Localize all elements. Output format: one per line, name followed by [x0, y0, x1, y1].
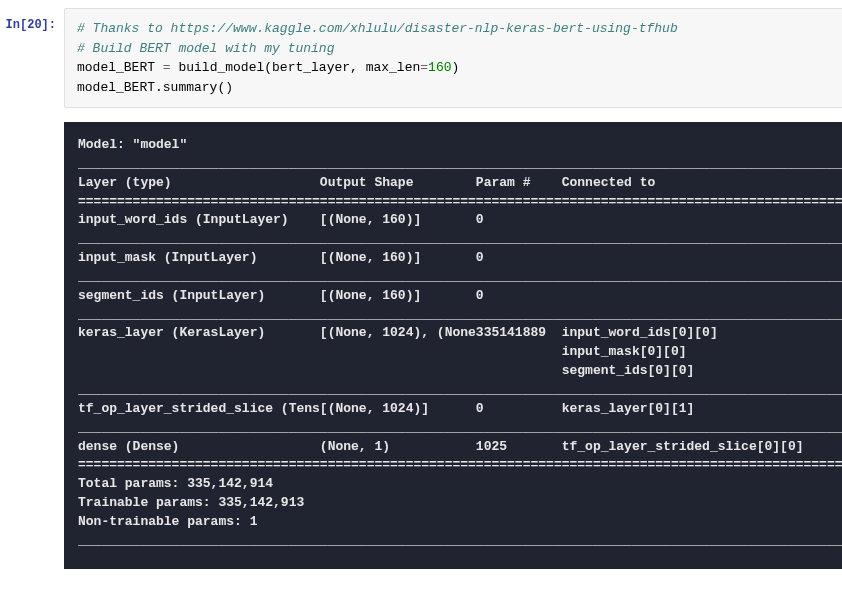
code-token: = — [420, 60, 428, 75]
code-token: model_BERT.summary() — [77, 80, 233, 95]
cell-content: # Thanks to https://www.kaggle.com/xhlul… — [64, 8, 842, 569]
code-token: model_BERT — [77, 60, 155, 75]
code-comment: # Build BERT model with my tuning — [77, 41, 334, 56]
code-token: ) — [452, 60, 460, 75]
code-token: build_model — [178, 60, 264, 75]
cell-prompt: In[20]: — [0, 8, 64, 569]
notebook-cell: In[20]: # Thanks to https://www.kaggle.c… — [0, 0, 842, 577]
code-token: = — [155, 60, 178, 75]
code-input[interactable]: # Thanks to https://www.kaggle.com/xhlul… — [64, 8, 842, 108]
code-token: 160 — [428, 60, 451, 75]
code-token: (bert_layer, max_len — [264, 60, 420, 75]
code-comment: # Thanks to https://www.kaggle.com/xhlul… — [77, 21, 678, 36]
code-output: Model: "model" _________________________… — [64, 122, 842, 569]
